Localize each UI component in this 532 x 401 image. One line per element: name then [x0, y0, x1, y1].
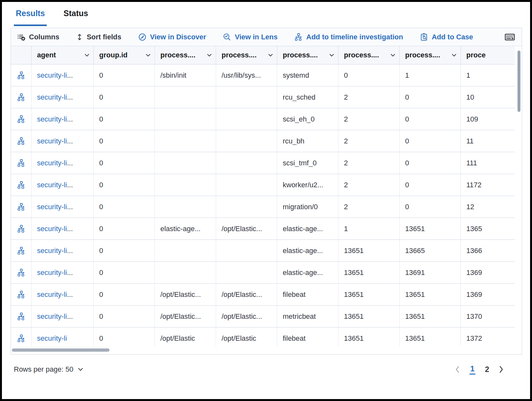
- chevron-down-icon[interactable]: [452, 54, 456, 57]
- columns-button[interactable]: Columns: [17, 33, 59, 41]
- process-cell-3: scsi_tmf_0: [277, 152, 338, 174]
- add-to-timeline-button[interactable]: Add to timeline investigation: [294, 33, 403, 41]
- header-process-2[interactable]: process....: [216, 46, 277, 64]
- grid-footer: Rows per page: 50 1 2: [14, 360, 522, 378]
- process-cell-6: 1372: [461, 328, 515, 346]
- analyze-event-button[interactable]: [11, 130, 32, 152]
- analyze-event-button[interactable]: [11, 196, 32, 218]
- analyze-event-button[interactable]: [11, 262, 32, 283]
- agent-cell: security-li...: [32, 130, 94, 152]
- header-process-3[interactable]: process....: [277, 46, 338, 64]
- agent-link[interactable]: security-li: [37, 334, 67, 343]
- process-cell-6: 111: [461, 152, 515, 174]
- process-cell-6: 12: [461, 196, 515, 218]
- process-cell-2: [216, 196, 277, 218]
- agent-link[interactable]: security-li: [37, 247, 67, 255]
- process-cell-2: [216, 262, 277, 283]
- agent-link[interactable]: security-li: [37, 93, 67, 102]
- process-cell-1: elastic-age...: [155, 218, 216, 240]
- process-cell-2: [216, 240, 277, 261]
- agent-link[interactable]: security-li: [37, 269, 67, 277]
- chevron-down-icon[interactable]: [329, 54, 334, 57]
- chevron-down-icon[interactable]: [391, 54, 395, 57]
- agent-cell: security-li...: [32, 64, 94, 86]
- header-process-1[interactable]: process....: [155, 46, 216, 64]
- horizontal-scrollbar-thumb[interactable]: [12, 348, 109, 352]
- add-to-case-button[interactable]: Add to Case: [420, 33, 473, 41]
- analyze-event-button[interactable]: [11, 240, 32, 261]
- chevron-down-icon: [78, 368, 83, 371]
- page-2-button[interactable]: 2: [485, 365, 489, 374]
- analyze-event-button[interactable]: [11, 218, 32, 240]
- chevron-right-icon[interactable]: [499, 365, 504, 374]
- header-process-5[interactable]: process....: [400, 46, 461, 64]
- process-cell-4: 2: [338, 196, 400, 218]
- analyze-event-button[interactable]: [11, 174, 32, 196]
- chevron-down-icon[interactable]: [268, 54, 273, 57]
- process-cell-4: 13651: [338, 306, 400, 327]
- table-row: security-li... 0 scsi_tmf_0 2 0 111: [11, 152, 515, 174]
- process-cell-3: rcu_bh: [277, 130, 338, 152]
- analyze-event-icon: [17, 181, 25, 189]
- group-id-cell: 0: [94, 86, 155, 108]
- agent-link[interactable]: security-li: [37, 290, 67, 299]
- process-cell-1: [155, 86, 216, 108]
- analyze-event-button[interactable]: [11, 306, 32, 327]
- view-in-lens-button[interactable]: View in Lens: [223, 33, 278, 41]
- agent-link[interactable]: security-li: [37, 137, 67, 145]
- process-cell-6: 109: [461, 108, 515, 130]
- rows-per-page-button[interactable]: Rows per page: 50: [14, 365, 83, 374]
- truncation-ellipsis: ...: [67, 290, 73, 299]
- process-cell-3: scsi_eh_0: [277, 108, 338, 130]
- view-in-discover-button[interactable]: View in Discover: [138, 33, 206, 41]
- agent-link[interactable]: security-li: [37, 203, 67, 211]
- header-process-4[interactable]: process....: [338, 46, 400, 64]
- agent-link[interactable]: security-li: [37, 312, 67, 321]
- tab-status[interactable]: Status: [62, 8, 90, 26]
- tab-results[interactable]: Results: [14, 8, 47, 26]
- process-cell-1: [155, 196, 216, 218]
- process-cell-5: 13651: [400, 218, 461, 240]
- process-cell-1: [155, 108, 216, 130]
- horizontal-scrollbar[interactable]: [11, 346, 522, 354]
- agent-cell: security-li...: [32, 284, 94, 305]
- truncation-ellipsis: ...: [67, 225, 73, 233]
- analyze-event-button[interactable]: [11, 64, 32, 86]
- analyze-event-icon: [17, 269, 25, 277]
- analyze-event-icon: [17, 313, 25, 320]
- analyze-event-button[interactable]: [11, 328, 32, 346]
- chevron-left-icon[interactable]: [455, 365, 460, 374]
- agent-link[interactable]: security-li: [37, 71, 67, 80]
- vertical-scrollbar[interactable]: [518, 47, 521, 353]
- process-cell-2: /opt/Elastic...: [216, 284, 277, 305]
- process-cell-2: /usr/lib/sys...: [216, 64, 277, 86]
- analyze-event-icon: [17, 203, 25, 211]
- analyze-event-button[interactable]: [11, 108, 32, 130]
- process-cell-1: [155, 130, 216, 152]
- header-process-6[interactable]: proce: [461, 46, 515, 64]
- process-cell-5: 13651: [400, 306, 461, 327]
- truncation-ellipsis: ...: [67, 71, 73, 80]
- truncation-ellipsis: ...: [67, 247, 73, 255]
- agent-link[interactable]: security-li: [37, 159, 67, 167]
- keyboard-shortcuts-button[interactable]: [504, 33, 515, 41]
- analyze-event-icon: [17, 115, 25, 123]
- analyze-event-button[interactable]: [11, 284, 32, 305]
- analyze-event-icon: [17, 72, 25, 79]
- header-group-id[interactable]: group.id: [94, 46, 155, 64]
- analyze-event-icon: [17, 225, 25, 233]
- agent-link[interactable]: security-li: [37, 115, 67, 123]
- analyze-event-button[interactable]: [11, 152, 32, 174]
- agent-link[interactable]: security-li: [37, 225, 67, 233]
- group-id-cell: 0: [94, 218, 155, 240]
- chevron-down-icon[interactable]: [207, 54, 212, 57]
- page-1-button[interactable]: 1: [470, 364, 475, 375]
- sort-fields-button[interactable]: Sort fields: [76, 33, 121, 41]
- chevron-down-icon[interactable]: [146, 54, 150, 57]
- agent-link[interactable]: security-li: [37, 181, 67, 189]
- header-agent[interactable]: agent: [32, 46, 94, 64]
- analyze-event-button[interactable]: [11, 86, 32, 108]
- vertical-scrollbar-thumb[interactable]: [518, 51, 520, 112]
- chevron-down-icon[interactable]: [85, 54, 89, 57]
- process-cell-4: 2: [338, 86, 400, 108]
